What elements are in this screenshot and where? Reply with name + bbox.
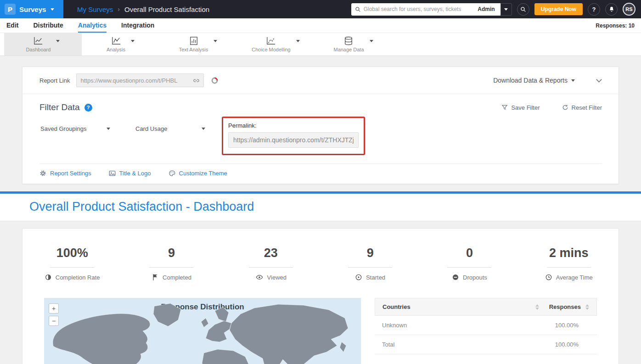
upgrade-now-button[interactable]: Upgrade Now — [534, 3, 583, 15]
stat-started: 9 Started — [320, 246, 420, 281]
customize-theme-link[interactable]: Customize Theme — [169, 170, 227, 177]
search-submit-button[interactable] — [517, 3, 529, 16]
sort-icon[interactable] — [535, 304, 539, 310]
title-logo-link[interactable]: Title & Logo — [109, 170, 151, 177]
palette-icon — [169, 170, 175, 177]
stat-completion-rate: 100% Completion Rate — [22, 246, 122, 281]
half-circle-icon — [45, 274, 52, 281]
report-settings-row: Report Settings Title & Logo Customize T… — [22, 164, 619, 184]
reset-filter-button[interactable]: Reset Filter — [562, 104, 602, 111]
reset-icon — [562, 104, 568, 111]
tab-distribute[interactable]: Distribute — [33, 18, 63, 33]
permalink-label: Permalink: — [228, 122, 359, 129]
stat-average-time: 2 mins Average Time — [519, 246, 619, 281]
help-icon[interactable]: ? — [84, 104, 92, 112]
global-search-box[interactable]: Admin — [351, 3, 500, 16]
download-data-reports-menu[interactable]: Download Data & Reports — [493, 77, 575, 84]
stat-viewed: 23 Viewed — [221, 246, 320, 281]
toolbar-item-analysis[interactable]: Analysis — [82, 33, 159, 56]
surveys-product-menu[interactable]: P Surveys — [0, 0, 63, 18]
countries-table: Countries Responses Unknown 100.00% Tota… — [375, 298, 597, 354]
report-link-input[interactable] — [80, 77, 193, 84]
minus-circle-icon — [452, 274, 459, 281]
product-menu-label: Surveys — [19, 6, 46, 13]
save-filter-button[interactable]: Save Filter — [501, 104, 540, 111]
search-scope-label: Admin — [476, 6, 496, 12]
dashboard-title-section: Overall Product Satisfaction - Dashboard — [0, 194, 641, 221]
global-search-input[interactable] — [361, 6, 476, 12]
map-united-kingdom — [201, 318, 208, 327]
report-settings-link[interactable]: Report Settings — [39, 170, 91, 177]
chevron-down-icon — [202, 128, 205, 130]
help-button[interactable]: ? — [588, 3, 600, 16]
analytics-toolbar: Dashboard Analysis Text Analysis Choice … — [0, 33, 641, 56]
map-japan — [340, 342, 346, 352]
link-icon[interactable] — [193, 77, 200, 84]
card-usage-select[interactable]: Card Usage — [135, 123, 208, 135]
text-analysis-icon — [189, 36, 199, 45]
world-map[interactable] — [44, 298, 361, 364]
chevron-down-icon — [107, 128, 110, 130]
map-scandinavia — [215, 307, 229, 322]
choice-modelling-icon — [266, 36, 276, 45]
global-search: Admin — [351, 3, 512, 16]
map-greenland — [153, 303, 181, 326]
chevron-down-icon — [51, 8, 54, 11]
chevron-down-icon[interactable] — [56, 40, 60, 42]
clock-icon — [545, 274, 552, 281]
toolbar-item-dashboard[interactable]: Dashboard — [4, 33, 82, 56]
toolbar-item-manage-data[interactable]: Manage Data — [315, 33, 392, 56]
responses-count: Responses: 10 — [596, 18, 635, 33]
analysis-chart-icon — [111, 36, 121, 45]
geo-section: Response Distribution + − — [22, 281, 619, 364]
zoom-out-button[interactable]: − — [49, 316, 59, 326]
search-icon — [520, 6, 526, 12]
gear-icon — [39, 170, 46, 177]
image-icon — [109, 170, 116, 177]
map-asia — [230, 304, 348, 364]
chevron-down-icon[interactable] — [296, 40, 300, 42]
filter-data-title: Filter Data — [39, 102, 80, 112]
page-title: Overall Product Satisfaction - Dashboard — [29, 200, 641, 214]
zoom-in-button[interactable]: + — [49, 303, 59, 314]
bell-icon — [608, 6, 615, 12]
search-icon — [355, 6, 361, 12]
responses-header-label[interactable]: Responses — [549, 303, 581, 310]
permalink-highlight-box: Permalink: — [222, 117, 365, 155]
permalink-input[interactable] — [228, 132, 359, 148]
user-avatar[interactable]: RS — [623, 3, 635, 16]
countries-header-label[interactable]: Countries — [382, 303, 410, 310]
report-link-field[interactable] — [76, 73, 204, 87]
database-icon — [343, 36, 354, 45]
chevron-down-icon[interactable] — [370, 40, 373, 42]
chevron-down-icon — [504, 8, 508, 11]
response-distribution-map[interactable]: Response Distribution + − — [44, 298, 361, 364]
collapse-chevron-icon[interactable] — [596, 77, 602, 83]
map-africa — [202, 349, 250, 364]
play-circle-icon — [355, 274, 362, 281]
toolbar-item-text-analysis[interactable]: Text Analysis — [159, 33, 237, 56]
table-row: Unknown 100.00% — [375, 316, 597, 335]
table-row: Total 100.00% — [375, 335, 597, 354]
breadcrumb: My Surveys › Overall Product Satisfactio… — [77, 6, 209, 13]
report-panel: Report Link Download Data & Reports Filt… — [22, 67, 619, 184]
saved-groupings-select[interactable]: Saved Groupings — [39, 123, 113, 135]
chevron-down-icon[interactable] — [131, 40, 135, 42]
report-link-row: Report Link Download Data & Reports — [22, 67, 619, 94]
eye-icon — [255, 274, 264, 281]
toolbar-item-choice-modelling[interactable]: Choice Modelling — [237, 33, 315, 56]
stats-row: 100% Completion Rate 9 Completed 23 View… — [22, 246, 619, 281]
tab-integration[interactable]: Integration — [121, 18, 154, 33]
chevron-down-icon[interactable] — [214, 40, 217, 42]
sort-icon[interactable] — [585, 304, 589, 310]
report-chart-icon[interactable] — [210, 76, 219, 85]
filter-section: Filter Data ? Save Filter Reset Filter S… — [22, 94, 619, 164]
notifications-button[interactable] — [605, 3, 618, 16]
report-link-label: Report Link — [39, 77, 70, 84]
map-zoom-controls: + − — [49, 303, 59, 326]
stat-completed: 9 Completed — [122, 246, 221, 281]
tab-edit[interactable]: Edit — [6, 18, 18, 33]
tab-analytics[interactable]: Analytics — [78, 18, 107, 33]
search-scope-dropdown[interactable] — [500, 3, 512, 16]
breadcrumb-my-surveys[interactable]: My Surveys — [77, 6, 113, 13]
